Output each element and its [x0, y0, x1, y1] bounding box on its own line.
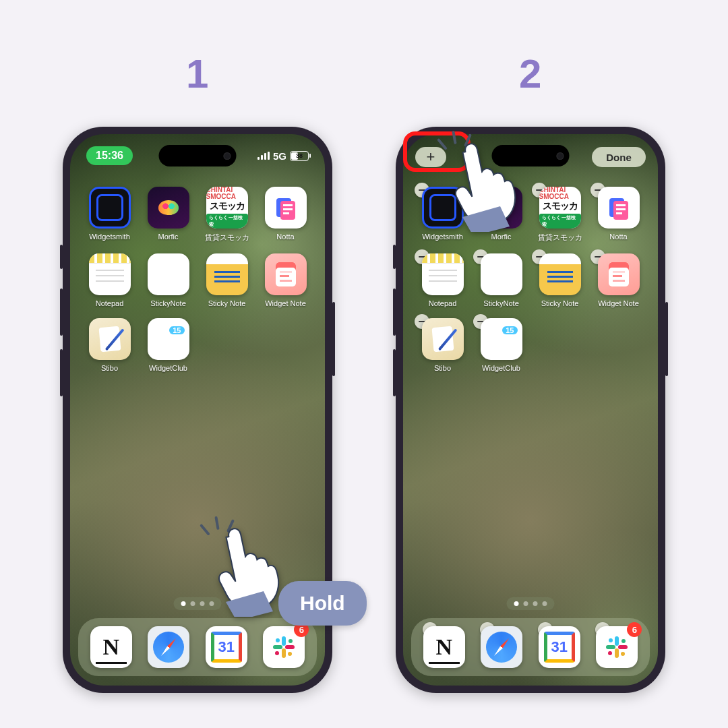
page-indicator[interactable] — [507, 597, 555, 610]
svg-rect-7 — [282, 648, 286, 658]
svg-point-11 — [288, 652, 292, 656]
highlight-box — [403, 131, 471, 172]
svg-rect-3 — [283, 208, 293, 210]
widgetsmith-icon — [422, 187, 464, 229]
network-label: 5G — [273, 150, 286, 162]
app-notta[interactable]: Notta — [258, 187, 313, 243]
svg-rect-20 — [615, 648, 619, 658]
app-smocca[interactable]: CHINTAI SMOCCAスモッカらくらく 一括検索賃貸スモッカ — [533, 187, 587, 243]
app-notepad[interactable]: Notepad — [82, 253, 137, 307]
svg-rect-21 — [618, 645, 628, 649]
svg-rect-4 — [283, 212, 289, 214]
svg-point-25 — [608, 651, 612, 655]
app-widgetnote[interactable]: Widget Note — [591, 253, 646, 307]
dock-notion[interactable]: N — [423, 626, 465, 668]
calendar-icon: 31 — [206, 626, 247, 668]
notepad-icon — [422, 253, 464, 295]
morfic-icon — [148, 187, 189, 229]
dock: N 31 6 — [78, 618, 317, 676]
svg-point-9 — [276, 638, 280, 642]
svg-rect-16 — [616, 208, 626, 210]
svg-point-12 — [275, 651, 279, 655]
phone-step-2: + Done Widgetsmith Morfic CHINTAI SMOCCA… — [396, 127, 665, 693]
app-label: 賃貸スモッカ — [205, 233, 249, 243]
app-label: Stibo — [101, 364, 118, 372]
app-stibo[interactable]: Stibo — [415, 318, 470, 372]
dock-calendar[interactable]: 31 — [206, 626, 247, 668]
svg-rect-5 — [282, 636, 286, 646]
notification-badge: 6 — [627, 622, 642, 637]
step-2-label: 2 — [519, 51, 541, 97]
dock-slack[interactable]: 6 — [596, 626, 638, 668]
stibo-icon — [89, 318, 131, 360]
notion-icon: N — [423, 626, 465, 668]
svg-rect-18 — [615, 636, 619, 646]
app-stickynote[interactable]: StickyNote — [141, 253, 195, 307]
dock-safari[interactable] — [481, 626, 522, 668]
app-label: Notta — [609, 233, 627, 241]
app-label: Sticky Note — [208, 299, 246, 307]
app-widgetclub[interactable]: 15WidgetClub — [141, 318, 195, 372]
app-stickynote[interactable]: StickyNote — [474, 253, 528, 307]
app-grid: Widgetsmith Morfic CHINTAI SMOCCAスモッカらくら… — [70, 187, 325, 372]
done-button[interactable]: Done — [592, 147, 646, 167]
smocca-icon: CHINTAI SMOCCAスモッカらくらく 一括検索 — [539, 187, 581, 229]
app-stickynote2[interactable]: Sticky Note — [200, 253, 254, 307]
notion-icon: N — [90, 626, 132, 668]
dock-safari[interactable] — [148, 626, 189, 668]
dock-slack[interactable]: 6 — [263, 626, 305, 668]
widgetnote-icon — [598, 253, 640, 295]
app-label: Morfic — [491, 233, 512, 241]
app-widgetsmith[interactable]: Widgetsmith — [82, 187, 137, 243]
svg-rect-19 — [606, 645, 615, 649]
battery-icon: 38 — [290, 151, 309, 161]
app-label: Notepad — [429, 299, 457, 307]
app-notta[interactable]: Notta — [591, 187, 646, 243]
svg-point-23 — [621, 639, 626, 643]
svg-rect-2 — [283, 204, 293, 206]
page-indicator[interactable] — [174, 597, 222, 610]
app-label: StickyNote — [483, 299, 519, 307]
app-label: Widget Note — [598, 299, 639, 307]
dock-calendar[interactable]: 31 — [539, 626, 580, 668]
stickynote2-icon — [539, 253, 581, 295]
app-notepad[interactable]: Notepad — [415, 253, 470, 307]
widgetsmith-icon — [89, 187, 131, 229]
dock: N 31 6 — [411, 618, 650, 676]
dynamic-island — [159, 145, 237, 166]
app-widgetnote[interactable]: Widget Note — [258, 253, 313, 307]
stickynote-icon — [481, 253, 522, 295]
svg-point-22 — [609, 638, 613, 642]
app-morfic[interactable]: Morfic — [474, 187, 528, 243]
calendar-icon: 31 — [539, 626, 580, 668]
widgetclub-icon: 15 — [481, 318, 522, 360]
app-label: Widget Note — [265, 299, 306, 307]
app-stickynote2[interactable]: Sticky Note — [533, 253, 587, 307]
status-time[interactable]: 15:36 — [86, 146, 133, 165]
smocca-icon: CHINTAI SMOCCAスモッカらくらく 一括検索 — [206, 187, 248, 229]
app-smocca[interactable]: CHINTAI SMOCCAスモッカらくらく 一括検索賃貸スモッカ — [200, 187, 254, 243]
signal-icon — [257, 152, 270, 160]
notta-icon — [265, 187, 307, 229]
app-label: Sticky Note — [541, 299, 579, 307]
app-label: Morfic — [158, 233, 179, 241]
stibo-icon — [422, 318, 464, 360]
app-widgetclub[interactable]: 15WidgetClub — [474, 318, 528, 372]
app-stibo[interactable]: Stibo — [82, 318, 137, 372]
svg-rect-8 — [285, 645, 295, 649]
stickynote2-icon — [206, 253, 248, 295]
home-screen-edit[interactable]: + Done Widgetsmith Morfic CHINTAI SMOCCA… — [403, 134, 658, 686]
app-label: Stibo — [434, 364, 451, 372]
app-widgetsmith[interactable]: Widgetsmith — [415, 187, 470, 243]
app-label: StickyNote — [150, 299, 186, 307]
dock-notion[interactable]: N — [90, 626, 132, 668]
app-label: Widgetsmith — [422, 233, 463, 241]
svg-rect-15 — [616, 204, 626, 206]
widgetclub-icon: 15 — [148, 318, 189, 360]
morfic-icon — [481, 187, 522, 229]
hold-label: Hold — [278, 581, 367, 626]
app-label: WidgetClub — [149, 364, 187, 372]
safari-icon — [481, 626, 522, 668]
app-morfic[interactable]: Morfic — [141, 187, 195, 243]
notta-icon — [598, 187, 640, 229]
